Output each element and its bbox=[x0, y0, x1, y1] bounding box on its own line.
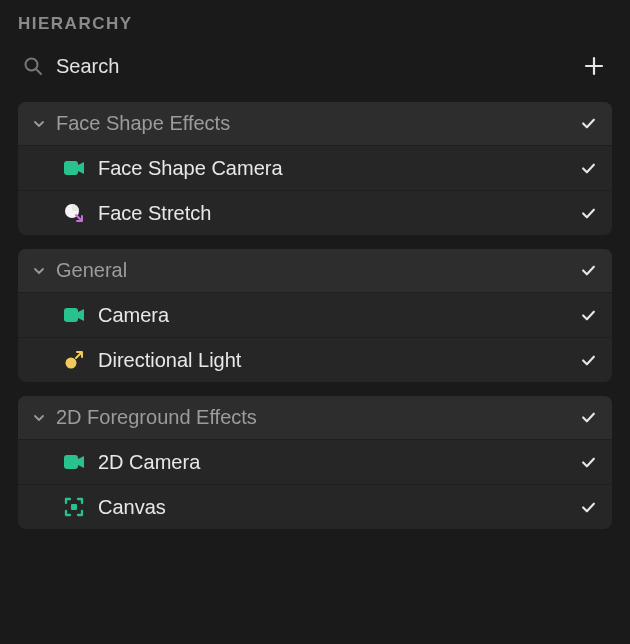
group-face-shape-effects: Face Shape Effects Face Shape Camera bbox=[18, 102, 612, 235]
chevron-down-icon bbox=[32, 264, 46, 278]
hierarchy-item[interactable]: Directional Light bbox=[18, 337, 612, 382]
group-header[interactable]: 2D Foreground Effects bbox=[18, 396, 612, 439]
canvas-icon bbox=[62, 495, 86, 519]
hierarchy-item[interactable]: Canvas bbox=[18, 484, 612, 529]
search-icon bbox=[22, 55, 44, 77]
check-icon[interactable] bbox=[578, 497, 598, 517]
group-label: Face Shape Effects bbox=[56, 112, 568, 135]
add-button[interactable] bbox=[580, 52, 608, 80]
hierarchy-item[interactable]: Camera bbox=[18, 292, 612, 337]
group-general: General Camera bbox=[18, 249, 612, 382]
item-label: Face Shape Camera bbox=[98, 157, 566, 180]
chevron-down-icon bbox=[32, 411, 46, 425]
face-stretch-icon bbox=[62, 201, 86, 225]
svg-line-1 bbox=[36, 69, 41, 74]
svg-point-7 bbox=[66, 358, 77, 369]
svg-rect-6 bbox=[64, 308, 78, 322]
item-label: 2D Camera bbox=[98, 451, 566, 474]
group-label: General bbox=[56, 259, 568, 282]
chevron-down-icon bbox=[32, 117, 46, 131]
group-2d-foreground-effects: 2D Foreground Effects 2D Camera bbox=[18, 396, 612, 529]
svg-rect-8 bbox=[64, 455, 78, 469]
check-icon[interactable] bbox=[578, 158, 598, 178]
check-icon[interactable] bbox=[578, 408, 598, 428]
camera-icon bbox=[62, 156, 86, 180]
panel-title: HIERARCHY bbox=[18, 14, 612, 34]
group-header[interactable]: General bbox=[18, 249, 612, 292]
group-label: 2D Foreground Effects bbox=[56, 406, 568, 429]
item-label: Camera bbox=[98, 304, 566, 327]
svg-rect-4 bbox=[64, 161, 78, 175]
hierarchy-panel: HIERARCHY Face Shape Effects bbox=[0, 0, 630, 644]
item-label: Directional Light bbox=[98, 349, 566, 372]
group-header[interactable]: Face Shape Effects bbox=[18, 102, 612, 145]
camera-icon bbox=[62, 450, 86, 474]
camera-icon bbox=[62, 303, 86, 327]
item-label: Face Stretch bbox=[98, 202, 566, 225]
directional-light-icon bbox=[62, 348, 86, 372]
check-icon[interactable] bbox=[578, 114, 598, 134]
check-icon[interactable] bbox=[578, 452, 598, 472]
hierarchy-item[interactable]: Face Shape Camera bbox=[18, 145, 612, 190]
hierarchy-item[interactable]: 2D Camera bbox=[18, 439, 612, 484]
search-input[interactable] bbox=[56, 55, 568, 78]
svg-rect-9 bbox=[71, 504, 77, 510]
item-label: Canvas bbox=[98, 496, 566, 519]
check-icon[interactable] bbox=[578, 305, 598, 325]
check-icon[interactable] bbox=[578, 203, 598, 223]
check-icon[interactable] bbox=[578, 350, 598, 370]
check-icon[interactable] bbox=[578, 261, 598, 281]
search-row bbox=[18, 52, 612, 80]
hierarchy-item[interactable]: Face Stretch bbox=[18, 190, 612, 235]
